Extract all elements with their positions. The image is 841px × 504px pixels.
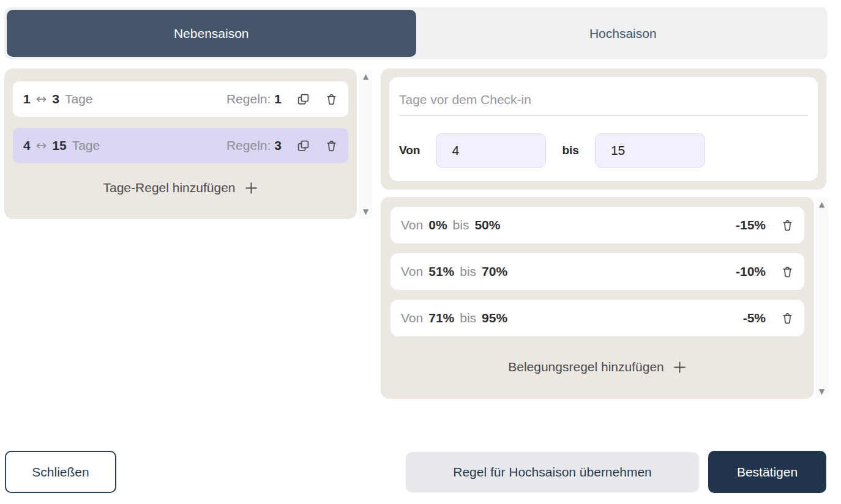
left-right-arrow-icon: ↔ [36,138,47,153]
pricing-rules-dialog: Nebensaison Hochsaison 1 ↔ 3 Tage Regeln… [0,0,841,504]
checkin-range-card: Tage vor dem Check-in Von 4 bis 15 [389,77,818,181]
trash-icon[interactable] [781,219,794,232]
rules-count: 1 [274,92,282,106]
from-label: Von [401,218,423,232]
day-rule-count: Regeln: 1 [226,92,282,106]
day-rule-unit: Tage [72,138,100,153]
day-rule-item[interactable]: 1 ↔ 3 Tage Regeln: 1 [13,81,348,117]
occupancy-rules-scrollbar[interactable]: ▲ ▼ [815,197,828,399]
occupancy-rules-panel: Von 0% bis 50% -15% Von 51% [381,197,814,399]
add-occupancy-rule-label: Belegungsregel hinzufügen [508,360,664,374]
occupancy-to: 70% [482,264,507,279]
occupancy-rule-item: Von 71% bis 95% -5% [391,300,804,336]
scroll-down-icon[interactable]: ▼ [815,387,828,396]
day-rule-to: 3 [52,92,59,106]
day-rule-from: 4 [23,138,31,153]
day-rule-from: 1 [23,92,31,106]
checkin-to-input[interactable]: 15 [595,133,705,168]
rules-count: 3 [274,138,282,153]
day-rule-range: 1 ↔ 3 Tage [23,92,93,106]
occupancy-rule-item: Von 0% bis 50% -15% [391,207,804,243]
scroll-up-icon[interactable]: ▲ [815,200,828,209]
scroll-down-icon[interactable]: ▼ [359,207,372,216]
confirm-button[interactable]: Bestätigen [708,451,826,493]
discount-value: -10% [736,264,766,279]
day-rule-count: Regeln: 3 [226,138,282,153]
to-label: bis [562,144,578,157]
checkin-from-input[interactable]: 4 [436,133,546,168]
day-rule-range: 4 ↔ 15 Tage [23,138,100,153]
day-rules-panel: 1 ↔ 3 Tage Regeln: 1 [4,69,357,219]
occupancy-from: 0% [428,218,447,232]
apply-to-hochsaison-button[interactable]: Regel für Hochsaison übernehmen [406,452,699,492]
plus-icon [244,181,258,195]
season-tabbar: Nebensaison Hochsaison [4,7,828,59]
rules-label: Regeln: [226,138,271,153]
occupancy-to: 95% [482,311,507,325]
add-day-rule-button[interactable]: Tage-Regel hinzufügen [13,174,348,201]
occupancy-rule-item: Von 51% bis 70% -10% [391,253,804,290]
copy-icon[interactable] [297,93,310,106]
close-button[interactable]: Schließen [5,451,116,493]
left-right-arrow-icon: ↔ [36,92,47,106]
discount-value: -15% [736,218,766,232]
add-occupancy-rule-button[interactable]: Belegungsregel hinzufügen [391,352,804,382]
occupancy-from: 51% [428,264,454,279]
trash-icon[interactable] [325,93,338,106]
day-rules-scrollbar[interactable]: ▲ ▼ [359,69,372,219]
checkin-range-row: Von 4 bis 15 [399,133,808,168]
occupancy-range: Von 51% bis 70% [401,264,507,279]
plus-icon [673,360,687,374]
occupancy-to: 50% [474,218,500,232]
to-label: bis [460,264,476,279]
occupancy-from: 71% [428,311,454,325]
title-underline [399,115,808,116]
day-rule-unit: Tage [65,92,93,106]
scroll-up-icon[interactable]: ▲ [359,72,372,81]
day-rule-to: 15 [52,138,66,153]
tab-hochsaison[interactable]: Hochsaison [419,7,828,59]
copy-icon[interactable] [297,139,310,152]
tab-nebensaison[interactable]: Nebensaison [7,10,416,57]
from-label: Von [399,144,420,157]
discount-value: -5% [743,311,766,325]
to-label: bis [453,218,469,232]
to-label: bis [460,311,476,325]
trash-icon[interactable] [781,265,794,278]
trash-icon[interactable] [325,139,338,152]
occupancy-range: Von 71% bis 95% [401,311,507,325]
checkin-range-title: Tage vor dem Check-in [399,92,808,108]
occupancy-range: Von 0% bis 50% [401,218,500,232]
from-label: Von [401,311,423,325]
trash-icon[interactable] [781,312,794,325]
day-rule-item[interactable]: 4 ↔ 15 Tage Regeln: 3 [13,128,348,163]
add-day-rule-label: Tage-Regel hinzufügen [103,180,236,195]
checkin-range-panel: Tage vor dem Check-in Von 4 bis 15 [381,69,826,190]
rules-label: Regeln: [226,92,271,106]
from-label: Von [401,264,423,279]
